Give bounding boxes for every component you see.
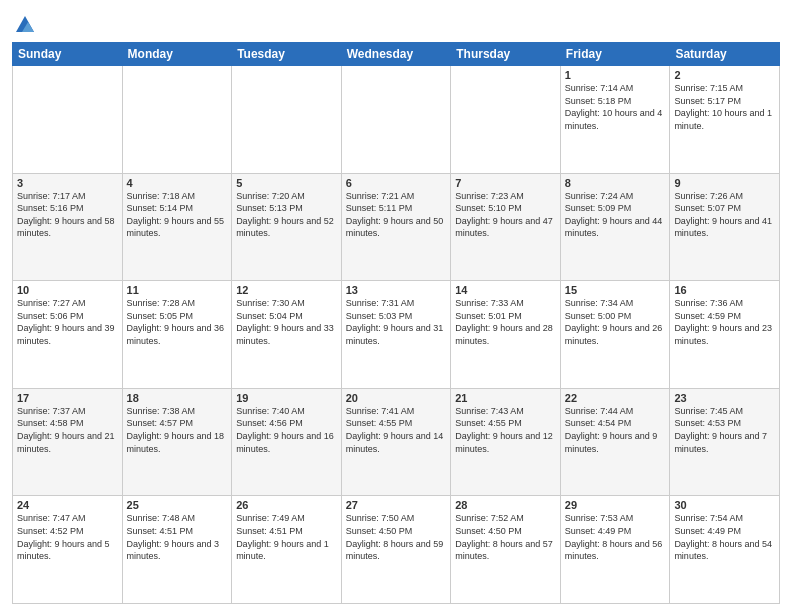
week-row-5: 24Sunrise: 7:47 AM Sunset: 4:52 PM Dayli… xyxy=(13,496,780,604)
day-number: 10 xyxy=(17,284,118,296)
day-info: Sunrise: 7:47 AM Sunset: 4:52 PM Dayligh… xyxy=(17,512,118,562)
weekday-header-saturday: Saturday xyxy=(670,43,780,66)
day-cell: 30Sunrise: 7:54 AM Sunset: 4:49 PM Dayli… xyxy=(670,496,780,604)
day-number: 29 xyxy=(565,499,666,511)
day-info: Sunrise: 7:54 AM Sunset: 4:49 PM Dayligh… xyxy=(674,512,775,562)
day-cell: 22Sunrise: 7:44 AM Sunset: 4:54 PM Dayli… xyxy=(560,388,670,496)
day-number: 18 xyxy=(127,392,228,404)
weekday-header-tuesday: Tuesday xyxy=(232,43,342,66)
calendar-table: SundayMondayTuesdayWednesdayThursdayFrid… xyxy=(12,42,780,604)
day-info: Sunrise: 7:48 AM Sunset: 4:51 PM Dayligh… xyxy=(127,512,228,562)
day-number: 3 xyxy=(17,177,118,189)
day-info: Sunrise: 7:36 AM Sunset: 4:59 PM Dayligh… xyxy=(674,297,775,347)
day-info: Sunrise: 7:30 AM Sunset: 5:04 PM Dayligh… xyxy=(236,297,337,347)
day-cell: 14Sunrise: 7:33 AM Sunset: 5:01 PM Dayli… xyxy=(451,281,561,389)
day-number: 4 xyxy=(127,177,228,189)
weekday-header-thursday: Thursday xyxy=(451,43,561,66)
day-info: Sunrise: 7:43 AM Sunset: 4:55 PM Dayligh… xyxy=(455,405,556,455)
day-info: Sunrise: 7:52 AM Sunset: 4:50 PM Dayligh… xyxy=(455,512,556,562)
day-info: Sunrise: 7:37 AM Sunset: 4:58 PM Dayligh… xyxy=(17,405,118,455)
day-info: Sunrise: 7:34 AM Sunset: 5:00 PM Dayligh… xyxy=(565,297,666,347)
day-cell: 26Sunrise: 7:49 AM Sunset: 4:51 PM Dayli… xyxy=(232,496,342,604)
day-info: Sunrise: 7:17 AM Sunset: 5:16 PM Dayligh… xyxy=(17,190,118,240)
day-cell: 1Sunrise: 7:14 AM Sunset: 5:18 PM Daylig… xyxy=(560,66,670,174)
day-info: Sunrise: 7:41 AM Sunset: 4:55 PM Dayligh… xyxy=(346,405,447,455)
day-number: 13 xyxy=(346,284,447,296)
day-cell: 10Sunrise: 7:27 AM Sunset: 5:06 PM Dayli… xyxy=(13,281,123,389)
weekday-header-wednesday: Wednesday xyxy=(341,43,451,66)
day-cell xyxy=(232,66,342,174)
day-cell: 18Sunrise: 7:38 AM Sunset: 4:57 PM Dayli… xyxy=(122,388,232,496)
day-cell: 13Sunrise: 7:31 AM Sunset: 5:03 PM Dayli… xyxy=(341,281,451,389)
day-number: 5 xyxy=(236,177,337,189)
day-cell: 8Sunrise: 7:24 AM Sunset: 5:09 PM Daylig… xyxy=(560,173,670,281)
day-cell: 9Sunrise: 7:26 AM Sunset: 5:07 PM Daylig… xyxy=(670,173,780,281)
weekday-header-row: SundayMondayTuesdayWednesdayThursdayFrid… xyxy=(13,43,780,66)
header xyxy=(12,10,780,36)
day-number: 6 xyxy=(346,177,447,189)
day-cell: 29Sunrise: 7:53 AM Sunset: 4:49 PM Dayli… xyxy=(560,496,670,604)
day-number: 7 xyxy=(455,177,556,189)
day-number: 19 xyxy=(236,392,337,404)
day-cell: 21Sunrise: 7:43 AM Sunset: 4:55 PM Dayli… xyxy=(451,388,561,496)
day-cell: 4Sunrise: 7:18 AM Sunset: 5:14 PM Daylig… xyxy=(122,173,232,281)
day-number: 30 xyxy=(674,499,775,511)
day-number: 21 xyxy=(455,392,556,404)
day-cell xyxy=(451,66,561,174)
day-info: Sunrise: 7:27 AM Sunset: 5:06 PM Dayligh… xyxy=(17,297,118,347)
day-cell: 3Sunrise: 7:17 AM Sunset: 5:16 PM Daylig… xyxy=(13,173,123,281)
day-number: 24 xyxy=(17,499,118,511)
day-cell: 5Sunrise: 7:20 AM Sunset: 5:13 PM Daylig… xyxy=(232,173,342,281)
day-info: Sunrise: 7:33 AM Sunset: 5:01 PM Dayligh… xyxy=(455,297,556,347)
day-number: 1 xyxy=(565,69,666,81)
day-cell: 27Sunrise: 7:50 AM Sunset: 4:50 PM Dayli… xyxy=(341,496,451,604)
day-cell: 25Sunrise: 7:48 AM Sunset: 4:51 PM Dayli… xyxy=(122,496,232,604)
day-cell: 6Sunrise: 7:21 AM Sunset: 5:11 PM Daylig… xyxy=(341,173,451,281)
day-info: Sunrise: 7:28 AM Sunset: 5:05 PM Dayligh… xyxy=(127,297,228,347)
day-info: Sunrise: 7:20 AM Sunset: 5:13 PM Dayligh… xyxy=(236,190,337,240)
day-info: Sunrise: 7:21 AM Sunset: 5:11 PM Dayligh… xyxy=(346,190,447,240)
day-info: Sunrise: 7:14 AM Sunset: 5:18 PM Dayligh… xyxy=(565,82,666,132)
week-row-2: 3Sunrise: 7:17 AM Sunset: 5:16 PM Daylig… xyxy=(13,173,780,281)
day-number: 22 xyxy=(565,392,666,404)
day-number: 25 xyxy=(127,499,228,511)
day-cell: 20Sunrise: 7:41 AM Sunset: 4:55 PM Dayli… xyxy=(341,388,451,496)
weekday-header-friday: Friday xyxy=(560,43,670,66)
day-number: 14 xyxy=(455,284,556,296)
weekday-header-monday: Monday xyxy=(122,43,232,66)
day-number: 8 xyxy=(565,177,666,189)
day-cell: 28Sunrise: 7:52 AM Sunset: 4:50 PM Dayli… xyxy=(451,496,561,604)
day-info: Sunrise: 7:18 AM Sunset: 5:14 PM Dayligh… xyxy=(127,190,228,240)
day-info: Sunrise: 7:40 AM Sunset: 4:56 PM Dayligh… xyxy=(236,405,337,455)
day-cell: 23Sunrise: 7:45 AM Sunset: 4:53 PM Dayli… xyxy=(670,388,780,496)
day-number: 9 xyxy=(674,177,775,189)
page: SundayMondayTuesdayWednesdayThursdayFrid… xyxy=(0,0,792,612)
day-info: Sunrise: 7:31 AM Sunset: 5:03 PM Dayligh… xyxy=(346,297,447,347)
day-info: Sunrise: 7:24 AM Sunset: 5:09 PM Dayligh… xyxy=(565,190,666,240)
week-row-1: 1Sunrise: 7:14 AM Sunset: 5:18 PM Daylig… xyxy=(13,66,780,174)
logo xyxy=(12,14,36,36)
day-info: Sunrise: 7:45 AM Sunset: 4:53 PM Dayligh… xyxy=(674,405,775,455)
day-info: Sunrise: 7:26 AM Sunset: 5:07 PM Dayligh… xyxy=(674,190,775,240)
day-number: 11 xyxy=(127,284,228,296)
day-number: 23 xyxy=(674,392,775,404)
day-number: 26 xyxy=(236,499,337,511)
calendar: SundayMondayTuesdayWednesdayThursdayFrid… xyxy=(12,42,780,604)
week-row-3: 10Sunrise: 7:27 AM Sunset: 5:06 PM Dayli… xyxy=(13,281,780,389)
weekday-header-sunday: Sunday xyxy=(13,43,123,66)
day-number: 12 xyxy=(236,284,337,296)
day-info: Sunrise: 7:38 AM Sunset: 4:57 PM Dayligh… xyxy=(127,405,228,455)
day-cell: 2Sunrise: 7:15 AM Sunset: 5:17 PM Daylig… xyxy=(670,66,780,174)
day-number: 20 xyxy=(346,392,447,404)
day-number: 16 xyxy=(674,284,775,296)
day-cell xyxy=(122,66,232,174)
day-info: Sunrise: 7:23 AM Sunset: 5:10 PM Dayligh… xyxy=(455,190,556,240)
day-number: 15 xyxy=(565,284,666,296)
day-cell: 7Sunrise: 7:23 AM Sunset: 5:10 PM Daylig… xyxy=(451,173,561,281)
day-cell: 15Sunrise: 7:34 AM Sunset: 5:00 PM Dayli… xyxy=(560,281,670,389)
day-info: Sunrise: 7:15 AM Sunset: 5:17 PM Dayligh… xyxy=(674,82,775,132)
day-cell: 11Sunrise: 7:28 AM Sunset: 5:05 PM Dayli… xyxy=(122,281,232,389)
day-cell: 24Sunrise: 7:47 AM Sunset: 4:52 PM Dayli… xyxy=(13,496,123,604)
week-row-4: 17Sunrise: 7:37 AM Sunset: 4:58 PM Dayli… xyxy=(13,388,780,496)
day-number: 28 xyxy=(455,499,556,511)
